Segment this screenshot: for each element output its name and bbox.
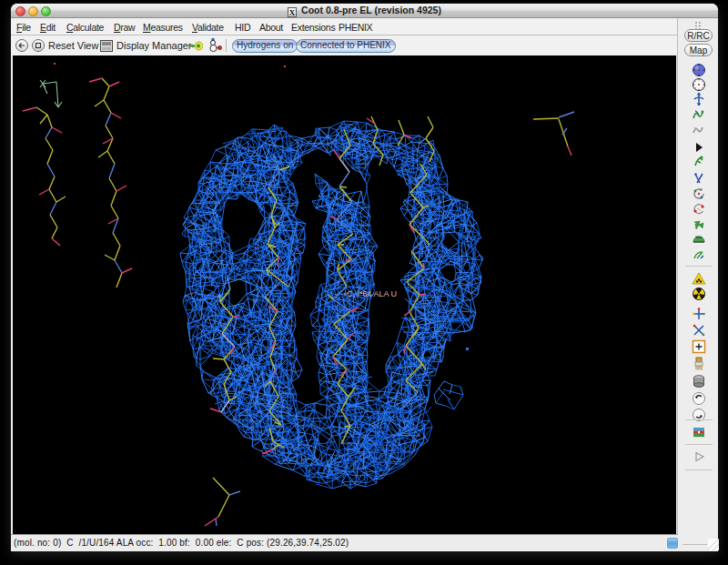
svg-text:Side: Side [695, 235, 703, 239]
svg-text:‹C, /*64 ALA U: ‹C, /*64 ALA U [344, 289, 397, 298]
